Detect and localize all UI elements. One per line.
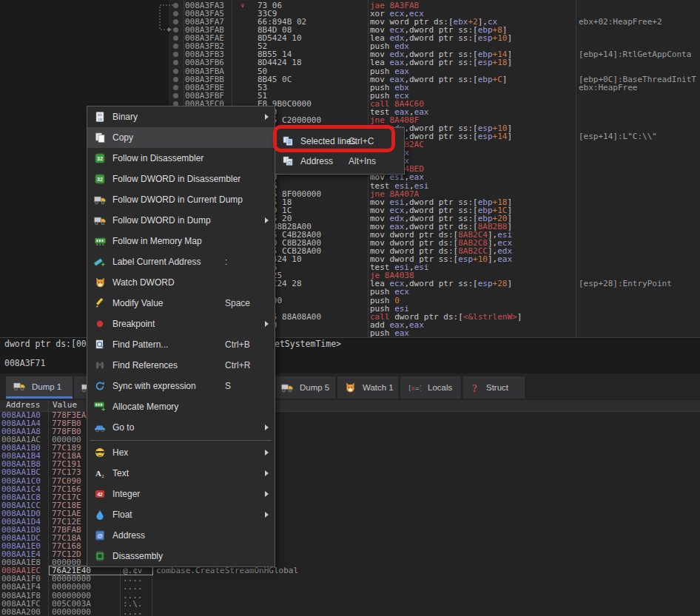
- menu-item-integer[interactable]: 42Integer: [87, 484, 275, 504]
- menu-item-text[interactable]: A2Text: [87, 463, 275, 484]
- binoculars-icon: [93, 360, 107, 370]
- menu-item-label: Find References: [112, 360, 178, 370]
- menu-item-modify-value[interactable]: Modify ValueSpace: [87, 293, 275, 314]
- disasm-row[interactable]: 008A3FBE53push ebxebx:HeapFree: [169, 84, 700, 92]
- text-icon: A2: [93, 468, 107, 478]
- disasm-row[interactable]: 008A3FB68D4424 18lea eax,dword ptr ss:[e…: [169, 58, 700, 67]
- menu-item-find-pattern[interactable]: Find Pattern...Ctrl+B: [87, 334, 275, 355]
- menu-item-label: Breakpoint: [112, 319, 155, 329]
- menu-item-label: Hex: [112, 447, 128, 458]
- menu-item-find-references[interactable]: Find ReferencesCtrl+R: [87, 355, 275, 376]
- dump-row[interactable]: 008AA1F000000000....: [0, 575, 700, 583]
- drop-icon: [93, 510, 107, 520]
- menu-item-allocate-memory[interactable]: +Allocate Memory: [87, 396, 275, 417]
- struct-icon: ?: [471, 382, 479, 393]
- dump-value: 77C173: [52, 468, 81, 476]
- menu-item-label: Disassembly: [112, 551, 163, 561]
- tab-dump-1[interactable]: Dump 1: [6, 376, 73, 399]
- dump-address: 008AA1C4: [1, 485, 41, 493]
- menu-item-follow-in-memory-map[interactable]: Follow in Memory Map: [87, 231, 275, 251]
- breakpoint-dot-icon[interactable]: [173, 44, 178, 49]
- dump-address: 008AA1BC: [1, 468, 41, 476]
- svg-text:42: 42: [97, 492, 103, 497]
- tab-locals[interactable]: [x=]Locals: [400, 376, 461, 399]
- tab-dump-5[interactable]: Dump 5: [274, 376, 335, 399]
- menu-item-label-current-address[interactable]: +Label Current Address:: [87, 251, 275, 272]
- disasm-comment: ebx+02:HeapFree+2: [579, 18, 662, 26]
- disasm-comment: [esp+28]:EntryPoint: [579, 280, 672, 288]
- breakpoint-dot-icon[interactable]: [173, 69, 178, 74]
- dump-header-address: Address: [6, 400, 40, 410]
- menu-item-go-to[interactable]: Go to: [87, 417, 275, 438]
- tab-watch-1[interactable]: Watch 1: [337, 376, 398, 399]
- dump-value: 77C166: [52, 485, 81, 493]
- svg-text:32: 32: [97, 177, 103, 182]
- current-address-text: 008A3F71: [4, 359, 45, 368]
- menu-item-copy[interactable]: Copy: [87, 127, 275, 148]
- menu-item-float[interactable]: Float: [87, 504, 275, 525]
- breakpoint-dot-icon[interactable]: [173, 93, 178, 98]
- svg-text:A: A: [95, 469, 101, 478]
- menu-item-disassembly[interactable]: Disassembly: [87, 546, 275, 566]
- tab-struct[interactable]: ?Struct: [463, 376, 525, 399]
- copy-icon: [93, 132, 107, 143]
- submenu-arrow-icon: [265, 450, 269, 456]
- breakpoint-dot-icon[interactable]: [173, 85, 178, 90]
- svg-text:10: 10: [98, 118, 102, 121]
- dump-row[interactable]: 008AA1F400000000....: [0, 583, 700, 591]
- submenu-arrow-icon: [265, 114, 269, 120]
- findpattern-icon: [93, 339, 107, 350]
- menu-item-watch-dword[interactable]: Watch DWORD: [87, 272, 275, 293]
- status-expression-text: dword ptr ds:[00: [4, 339, 87, 349]
- menu-item-follow-dword-in-dump[interactable]: Follow DWORD in Dump: [87, 210, 275, 231]
- menu-item-hex[interactable]: Hex: [87, 442, 275, 463]
- submenu-item-shortcut: Alt+Ins: [349, 156, 376, 166]
- menu-item-sync-with-expression[interactable]: Sync with expressionS: [87, 376, 275, 396]
- disasm-row[interactable]: 008A3FA373 06jae 8A3FAB: [169, 1, 700, 10]
- menu-item-label: Copy: [112, 132, 133, 143]
- svg-text:2: 2: [102, 474, 104, 478]
- disasm-bytes: 50: [258, 67, 267, 75]
- dump-address: 008AA1F8: [1, 592, 41, 600]
- menu-item-breakpoint[interactable]: Breakpoint: [87, 314, 275, 334]
- dump-row[interactable]: 008AA1FC005C003A:.\.: [0, 600, 700, 608]
- jump-direction-icon: ∨: [240, 1, 244, 9]
- menu-item-label: Go to: [112, 422, 134, 433]
- menu-item-binary[interactable]: 0110Binary: [87, 106, 275, 127]
- svg-text:+: +: [101, 261, 105, 268]
- dump-address: 008AA1FC: [1, 600, 41, 608]
- disasm-row[interactable]: 008A3FBB8B45 0Cmov eax,dword ptr ss:[ebp…: [169, 75, 700, 84]
- menu-item-shortcut: Ctrl+B: [225, 339, 250, 350]
- int42-icon: 42: [93, 489, 107, 499]
- svg-text:@: @: [97, 532, 103, 539]
- menu-item-shortcut: S: [225, 381, 231, 391]
- dump-row[interactable]: 008AA1F800000000....: [0, 592, 700, 600]
- dump-row[interactable]: 008AA20000000000....: [0, 608, 700, 616]
- disasm-row[interactable]: 008A3FBF51push ecx: [169, 92, 700, 100]
- disasm-row[interactable]: 008A3FAE8D5424 10lea edx,dword ptr ss:[e…: [169, 34, 700, 42]
- disasm-bytes: 8B45 0C: [258, 75, 292, 84]
- dump-ascii: ....: [123, 583, 143, 591]
- menu-item-follow-dword-in-current-dump[interactable]: Follow DWORD in Current Dump: [87, 189, 275, 210]
- disasm-bytes: 8D4424 18: [258, 58, 302, 67]
- menu-item-label: Follow DWORD in Current Dump: [112, 194, 243, 205]
- car-icon: [93, 423, 107, 433]
- tab-label: Watch 1: [363, 383, 394, 392]
- menu-item-shortcut: Ctrl+R: [225, 360, 250, 370]
- status-expression-text-right: etSystemTime>: [275, 339, 341, 349]
- truck-icon: [281, 383, 293, 393]
- menu-item-follow-dword-in-disassembler[interactable]: 32Follow DWORD in Disassembler: [87, 169, 275, 189]
- menu-item-shortcut: :: [225, 257, 227, 267]
- dump-value: 00000000: [52, 583, 91, 591]
- breakpoint-dot-icon[interactable]: [173, 52, 178, 57]
- breakpoint-dot-icon[interactable]: [173, 77, 178, 82]
- submenu-item-address[interactable]: @AddressAlt+Ins: [275, 151, 404, 171]
- disasm-comment: ebx:HeapFree: [579, 84, 637, 92]
- menu-item-address[interactable]: @Address: [87, 525, 275, 546]
- menu-item-follow-in-disassembler[interactable]: 32Follow in Disassembler: [87, 148, 275, 169]
- menu-item-label: Find Pattern...: [112, 339, 168, 350]
- breakpoint-dot-icon[interactable]: [173, 60, 178, 65]
- copyat-icon: @: [281, 156, 295, 166]
- dump-header-value: Value: [53, 400, 77, 410]
- disasm-address: 008A3FB6: [185, 58, 224, 67]
